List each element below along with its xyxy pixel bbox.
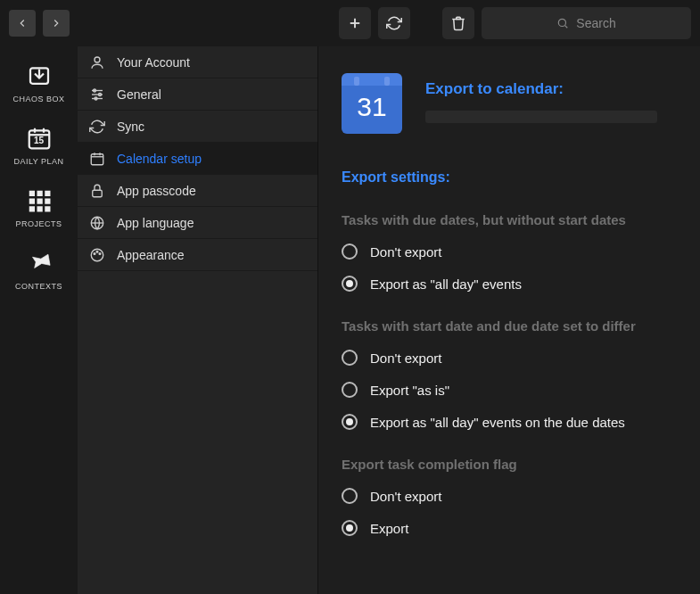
rail-contexts[interactable]: Contexts: [0, 250, 78, 291]
chevron-right-icon: [50, 17, 62, 29]
rail-projects[interactable]: Projects: [0, 187, 78, 228]
search-input[interactable]: Search: [482, 7, 691, 39]
svg-rect-15: [45, 199, 50, 204]
trash-icon: [450, 15, 466, 31]
radio-checked-icon: [342, 276, 358, 292]
rail-chaos-box[interactable]: Chaos Box: [0, 62, 78, 103]
svg-point-2: [559, 19, 566, 26]
settings-your-account[interactable]: Your Account: [78, 46, 317, 78]
grid-icon: [26, 187, 53, 214]
group2-option-all-day-due[interactable]: Export as "all day" events on the due da…: [342, 414, 677, 430]
svg-point-35: [96, 251, 98, 252]
svg-rect-18: [45, 206, 50, 211]
svg-point-36: [99, 252, 101, 254]
pin-icon: [26, 250, 53, 276]
nav-back-button[interactable]: [9, 10, 36, 37]
chevron-left-icon: [16, 17, 29, 29]
svg-point-19: [95, 57, 100, 62]
delete-button[interactable]: [442, 7, 474, 39]
svg-point-34: [94, 252, 95, 254]
rail-daily-plan[interactable]: 15 Daily Plan: [0, 125, 78, 166]
svg-rect-13: [29, 199, 34, 204]
group3-label: Export task completion flag: [342, 457, 677, 472]
calendar-day-icon: 15: [26, 125, 53, 152]
google-calendar-icon: 31: [342, 73, 402, 134]
settings-general[interactable]: General: [78, 78, 317, 111]
group3-option-dont-export[interactable]: Don't export: [342, 488, 677, 504]
group1-option-dont-export[interactable]: Don't export: [342, 243, 677, 260]
add-button[interactable]: [339, 7, 371, 39]
radio-icon: [342, 243, 358, 260]
export-settings-heading: Export settings:: [342, 169, 677, 186]
group2-option-dont-export[interactable]: Don't export: [342, 350, 677, 366]
svg-rect-17: [37, 206, 42, 211]
svg-rect-30: [93, 190, 103, 197]
radio-icon: [342, 488, 358, 504]
group1-option-all-day[interactable]: Export as "all day" events: [342, 276, 677, 292]
group2-option-as-is[interactable]: Export "as is": [342, 382, 677, 398]
settings-calendar-setup[interactable]: Calendar setup: [78, 143, 317, 175]
globe-icon: [88, 214, 106, 232]
nav-rail: 2 Chaos Box 15 Daily Plan Projects: [0, 46, 78, 594]
svg-rect-10: [29, 191, 34, 196]
radio-icon: [342, 350, 358, 366]
plus-icon: [347, 15, 363, 31]
palette-icon: [88, 246, 106, 264]
settings-sync[interactable]: Sync: [78, 111, 317, 143]
search-placeholder: Search: [576, 16, 615, 30]
sliders-icon: [88, 86, 106, 103]
sync-small-icon: [88, 118, 106, 136]
chaos-box-badge: 2: [65, 46, 70, 48]
svg-rect-11: [37, 191, 42, 196]
group3-option-export[interactable]: Export: [342, 520, 677, 536]
export-to-calendar-heading: Export to calendar:: [425, 80, 657, 98]
radio-checked-icon: [342, 414, 358, 430]
calendar-icon: [88, 150, 106, 168]
settings-app-passcode[interactable]: App passcode: [78, 175, 317, 207]
settings-content: 31 Export to calendar: Export settings: …: [318, 46, 700, 594]
top-bar: Search: [0, 0, 700, 46]
sync-button[interactable]: [378, 7, 410, 39]
nav-forward-button[interactable]: [43, 10, 70, 37]
inbox-icon: [26, 62, 53, 89]
svg-rect-26: [91, 153, 103, 164]
calendar-account-placeholder: [425, 111, 657, 123]
search-icon: [556, 17, 569, 29]
group2-label: Tasks with start date and due date set t…: [342, 318, 677, 334]
svg-rect-16: [29, 206, 34, 211]
settings-list: Your Account General Sync Calendar setup…: [78, 46, 318, 594]
radio-icon: [342, 382, 358, 398]
radio-checked-icon: [342, 520, 358, 536]
svg-rect-14: [37, 199, 42, 204]
svg-rect-12: [45, 191, 50, 196]
group1-label: Tasks with due dates, but without start …: [342, 212, 677, 227]
sync-icon: [386, 15, 402, 31]
lock-icon: [88, 182, 106, 200]
settings-appearance[interactable]: Appearance: [78, 239, 317, 271]
person-icon: [88, 54, 106, 71]
settings-app-language[interactable]: App language: [78, 207, 317, 239]
svg-line-3: [565, 26, 568, 29]
